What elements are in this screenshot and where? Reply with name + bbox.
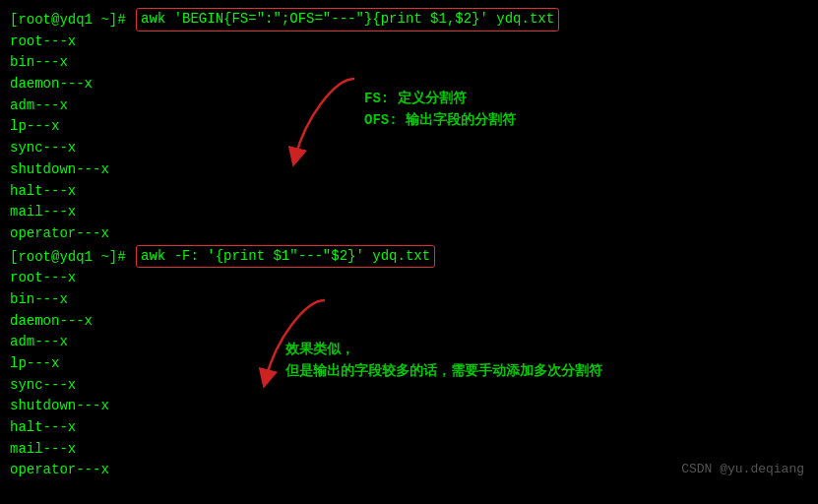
watermark: CSDN @yu.deqiang xyxy=(681,460,804,479)
output-line-19: mail---x xyxy=(10,439,808,461)
command-line-1: [root@ydq1 ~]# awk 'BEGIN{FS=":";OFS="--… xyxy=(10,8,808,32)
annotation-1: FS: 定义分割符 OFS: 输出字段的分割符 xyxy=(364,89,516,131)
annotation-1-line1: FS: 定义分割符 xyxy=(364,89,516,110)
output-line-2: bin---x xyxy=(10,52,808,74)
prompt-2: [root@ydq1 ~]# xyxy=(10,248,134,264)
annotation-1-line2: OFS: 输出字段的分割符 xyxy=(364,110,516,132)
output-line-12: bin---x xyxy=(10,289,808,311)
output-line-18: halt---x xyxy=(10,417,808,439)
output-line-10: operator---x xyxy=(10,223,808,245)
terminal-window: [root@ydq1 ~]# awk 'BEGIN{FS=":";OFS="--… xyxy=(0,0,818,489)
output-line-7: shutdown---x xyxy=(10,159,808,181)
output-line-1: root---x xyxy=(10,32,808,53)
output-line-13: daemon---x xyxy=(10,311,808,333)
arrow-2 xyxy=(236,281,354,399)
command-box-1: awk 'BEGIN{FS=":";OFS="---"}{print $1,$2… xyxy=(136,8,559,32)
arrow-1 xyxy=(266,59,384,177)
output-line-6: sync---x xyxy=(10,138,808,159)
output-line-17: shutdown---x xyxy=(10,396,808,417)
output-line-9: mail---x xyxy=(10,202,808,223)
output-line-11: root---x xyxy=(10,268,808,289)
prompt-1: [root@ydq1 ~]# xyxy=(10,12,134,28)
command-box-2: awk -F: '{print $1"---"$2}' ydq.txt xyxy=(136,245,435,269)
output-line-8: halt---x xyxy=(10,181,808,203)
command-line-2: [root@ydq1 ~]# awk -F: '{print $1"---"$2… xyxy=(10,245,808,269)
